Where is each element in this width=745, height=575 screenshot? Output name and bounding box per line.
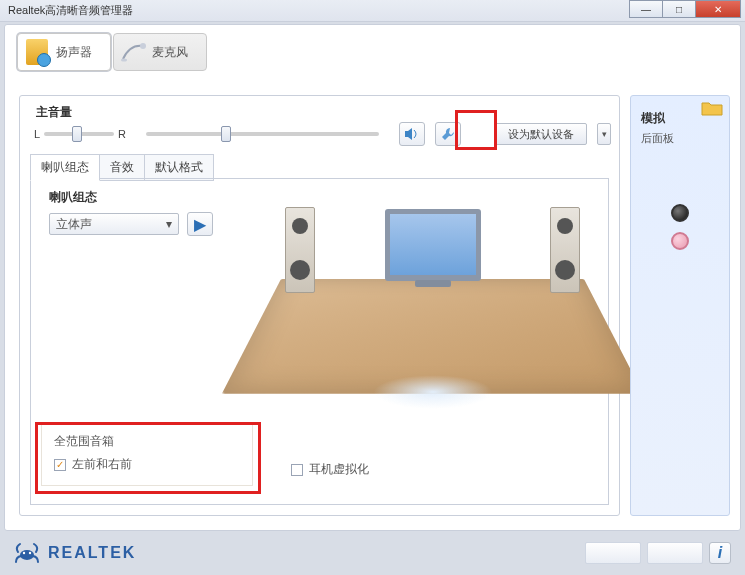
footer-button-2[interactable] [647, 542, 703, 564]
main-volume-label: 主音量 [36, 104, 72, 121]
folder-icon[interactable] [701, 100, 723, 116]
room-visualization [281, 193, 584, 423]
window-titlebar: Realtek高清晰音频管理器 — □ ✕ [0, 0, 745, 22]
tab-microphone[interactable]: 麦克风 [113, 33, 207, 71]
main-content: 扬声器 麦克风 主音量 L R [4, 24, 741, 531]
main-panel: 主音量 L R 设为默认设备 ▾ 喇叭组态 音 [19, 95, 620, 516]
speaker-icon [24, 39, 50, 65]
rear-panel-label: 后面板 [641, 131, 729, 146]
fullrange-front-label: 左前和右前 [72, 456, 132, 473]
advanced-settings-button[interactable] [435, 122, 461, 146]
svg-point-4 [29, 552, 31, 554]
set-default-dropdown[interactable]: ▾ [597, 123, 611, 145]
fullrange-title: 全范围音箱 [54, 433, 240, 450]
headphone-virt-label: 耳机虚拟化 [309, 461, 369, 478]
mic-icon [120, 39, 146, 65]
speaker-config-select[interactable]: 立体声 ▾ [49, 213, 179, 235]
mute-button[interactable] [399, 122, 425, 146]
wrench-icon [441, 127, 455, 141]
tab-speaker-label: 扬声器 [56, 44, 92, 61]
balance-L: L [34, 128, 40, 140]
jack-black[interactable] [671, 204, 689, 222]
realtek-crab-icon [14, 542, 40, 564]
tab-mic-label: 麦克风 [152, 44, 188, 61]
checkbox-icon: ✓ [54, 459, 66, 471]
fullrange-front-checkbox[interactable]: ✓ 左前和右前 [54, 456, 240, 473]
tab-speaker-config[interactable]: 喇叭组态 [30, 154, 100, 181]
play-icon: ▶ [194, 215, 206, 234]
svg-point-3 [23, 552, 25, 554]
svg-point-2 [20, 550, 34, 560]
footer: REALTEK i [4, 535, 741, 571]
brand-logo: REALTEK [14, 542, 136, 564]
fullrange-group: 全范围音箱 ✓ 左前和右前 [41, 422, 253, 486]
maximize-button[interactable]: □ [662, 0, 696, 18]
main-volume-slider[interactable] [146, 132, 379, 136]
jack-pink[interactable] [671, 232, 689, 250]
brand-text: REALTEK [48, 544, 136, 562]
tab-sound-effects[interactable]: 音效 [99, 154, 145, 181]
right-speaker-icon[interactable] [550, 207, 580, 293]
left-speaker-icon[interactable] [285, 207, 315, 293]
svg-point-0 [140, 43, 146, 49]
tab-default-format[interactable]: 默认格式 [144, 154, 214, 181]
headphone-virt-checkbox[interactable]: ✓ [291, 464, 303, 476]
minimize-button[interactable]: — [629, 0, 663, 18]
test-play-button[interactable]: ▶ [187, 212, 213, 236]
chevron-down-icon: ▾ [166, 217, 172, 231]
balance-R: R [118, 128, 126, 140]
svg-point-1 [121, 59, 127, 62]
close-button[interactable]: ✕ [695, 0, 741, 18]
balance-slider[interactable]: L R [34, 123, 126, 145]
set-default-label: 设为默认设备 [508, 127, 574, 142]
config-body: 喇叭组态 立体声 ▾ ▶ 全范围音箱 ✓ 左前和右前 [30, 178, 609, 505]
set-default-button[interactable]: 设为默认设备 [495, 123, 587, 145]
footer-button-1[interactable] [585, 542, 641, 564]
speaker-config-value: 立体声 [56, 216, 92, 233]
monitor-icon [385, 209, 481, 281]
tab-speaker[interactable]: 扬声器 [17, 33, 111, 71]
info-button[interactable]: i [709, 542, 731, 564]
connector-panel: 模拟 后面板 [630, 95, 730, 516]
window-title: Realtek高清晰音频管理器 [8, 3, 133, 18]
volume-icon [404, 127, 420, 141]
